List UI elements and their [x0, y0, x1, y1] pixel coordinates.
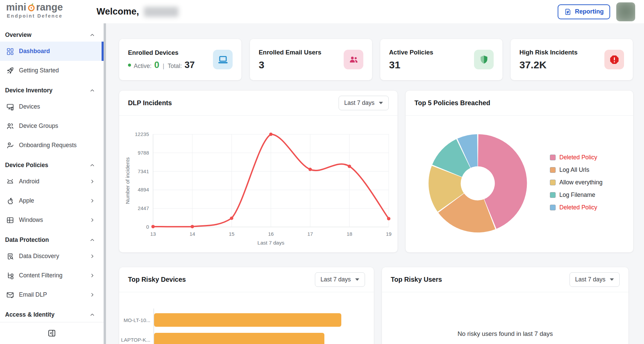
sidebar-item-dashboard[interactable]: Dashboard — [0, 42, 104, 61]
stat-title: Active Policies — [389, 49, 433, 56]
panel-title: DLP Incidents — [128, 99, 172, 107]
sidebar-scrollbar[interactable] — [104, 23, 106, 344]
legend-label: Log Filename — [559, 191, 595, 199]
laptop-icon — [213, 50, 233, 69]
empty-state-message: No risky users found in last 7 days — [382, 330, 628, 338]
sidebar-item-data-discovery[interactable]: Data Discovery — [0, 247, 104, 266]
dlp-line-chart[interactable]: 024474894734197881223513141516171819Last… — [119, 116, 398, 252]
sidebar-nav: OverviewDashboardGetting StartedDevice I… — [0, 23, 104, 322]
chevron-right-icon — [89, 198, 95, 204]
svg-text:7341: 7341 — [138, 168, 149, 174]
dlp-range-dropdown[interactable]: Last 7 days — [339, 96, 389, 110]
sidebar-item-apple[interactable]: Apple — [0, 191, 104, 210]
orange-lock-leaf-icon — [27, 3, 36, 12]
donut-svg — [425, 131, 530, 236]
bar — [154, 333, 324, 344]
onboarding-person-check-icon — [6, 141, 14, 150]
panel-header: DLP Incidents Last 7 days — [119, 91, 398, 116]
bar-row-laptop-k[interactable]: LAPTOP-K... — [119, 333, 366, 344]
sidebar-item-android[interactable]: Android — [0, 172, 104, 191]
devices-icon — [6, 103, 14, 111]
stat-value: 31 — [389, 59, 433, 71]
chevron-up-icon — [89, 32, 95, 38]
bar-label: LAPTOP-K... — [119, 337, 150, 343]
app-header: mini range Endpoint Defence Welcome, — [0, 0, 644, 23]
sidebar-item-getting-started[interactable]: Getting Started — [0, 61, 104, 80]
policies-donut-chart[interactable] — [425, 131, 530, 236]
section-label: Access & Identity — [5, 311, 55, 318]
risky-devices-bar-chart[interactable]: MO-LT-10...LAPTOP-K... — [119, 292, 366, 344]
sidebar-item-onboarding-requests[interactable]: Onboarding Requests — [0, 136, 104, 155]
redacted-username — [144, 7, 178, 17]
panel-title: Top Risky Devices — [128, 276, 186, 283]
sidebar-item-windows[interactable]: Windows — [0, 210, 104, 230]
stat-card-enrolled-devices: Enrolled Devices Active: 0 | Total: 37 — [119, 39, 241, 80]
svg-text:17: 17 — [307, 231, 313, 237]
stat-card-enrolled-email-users: Enrolled Email Users 3 — [250, 39, 372, 80]
sidebar-section-overview[interactable]: Overview — [0, 28, 104, 42]
stat-title: Enrolled Devices — [128, 49, 195, 56]
reporting-button[interactable]: Reporting — [558, 4, 610, 19]
brand-logo[interactable]: mini range Endpoint Defence — [6, 2, 63, 19]
sidebar-section-data-protection[interactable]: Data Protection — [0, 233, 104, 247]
section-label: Overview — [5, 31, 31, 39]
sidebar: OverviewDashboardGetting StartedDevice I… — [0, 23, 106, 344]
legend-item-deleted-policy-4[interactable]: Deleted Policy — [550, 201, 602, 214]
separator: | — [162, 63, 165, 70]
windows-icon — [6, 216, 14, 224]
email-users-icon — [344, 50, 363, 69]
bar-track — [154, 313, 366, 327]
bar-row-mo-lt-10[interactable]: MO-LT-10... — [119, 313, 366, 327]
svg-text:12235: 12235 — [135, 131, 149, 137]
avatar[interactable] — [616, 2, 635, 21]
legend-item-log-all-urls-1[interactable]: Log All Urls — [550, 164, 602, 176]
rocket-icon — [6, 67, 14, 75]
sidebar-section-access-identity[interactable]: Access & Identity — [0, 308, 104, 321]
alert-octagon-icon — [604, 50, 624, 69]
sidebar-section-device-inventory[interactable]: Device Inventory — [0, 84, 104, 97]
shield-icon — [474, 50, 494, 69]
collapse-sidebar-icon[interactable] — [47, 329, 56, 338]
svg-text:4894: 4894 — [138, 187, 149, 192]
header-actions: Reporting — [558, 0, 635, 23]
data-discovery-icon — [6, 252, 14, 260]
legend-item-deleted-policy-0[interactable]: Deleted Policy — [550, 151, 602, 164]
sidebar-item-devices[interactable]: Devices — [0, 97, 104, 116]
sidebar-item-email-dlp[interactable]: Email DLP — [0, 285, 104, 304]
sidebar-section-device-policies[interactable]: Device Policies — [0, 158, 104, 172]
reporting-button-label: Reporting — [575, 8, 604, 15]
total-count: 37 — [185, 60, 195, 70]
section-label: Device Inventory — [5, 87, 52, 94]
stat-title: High Risk Incidents — [519, 49, 578, 56]
legend-swatch — [550, 167, 556, 173]
svg-text:14: 14 — [190, 231, 195, 237]
app-root: mini range Endpoint Defence Welcome, — [0, 0, 644, 344]
bar-track — [154, 333, 366, 344]
risky-devices-range-dropdown[interactable]: Last 7 days — [315, 272, 365, 287]
risky-devices-panel: Top Risky Devices Last 7 days MO-LT-10..… — [119, 267, 374, 344]
legend-swatch — [550, 155, 556, 160]
legend-item-allow-everything-2[interactable]: Allow everything — [550, 176, 602, 189]
chevron-down-icon — [610, 278, 614, 281]
svg-text:19: 19 — [386, 231, 392, 237]
legend-item-log-filename-3[interactable]: Log Filename — [550, 189, 602, 201]
sidebar-item-device-groups[interactable]: Device Groups — [0, 116, 104, 136]
chevron-right-icon — [89, 178, 95, 185]
legend-swatch — [550, 180, 556, 185]
legend-label: Deleted Policy — [559, 154, 597, 161]
panel-header: Top Risky Devices Last 7 days — [119, 267, 374, 292]
section-label: Data Protection — [5, 236, 49, 244]
chevron-up-icon — [89, 162, 95, 168]
panel-title: Top Risky Users — [391, 276, 442, 283]
chevron-down-icon — [355, 278, 359, 281]
sidebar-item-content-filtering[interactable]: Content Filtering — [0, 266, 104, 285]
svg-text:0: 0 — [146, 224, 149, 230]
legend-swatch — [550, 205, 556, 210]
stat-card-active-policies: Active Policies 31 — [380, 39, 502, 80]
policies-legend: Deleted PolicyLog All UrlsAllow everythi… — [550, 151, 602, 214]
svg-text:2447: 2447 — [138, 205, 149, 211]
risky-users-range-dropdown[interactable]: Last 7 days — [570, 272, 620, 287]
total-label: Total: — [168, 63, 182, 70]
chevron-right-icon — [89, 253, 95, 259]
dashboard-icon — [6, 47, 14, 55]
